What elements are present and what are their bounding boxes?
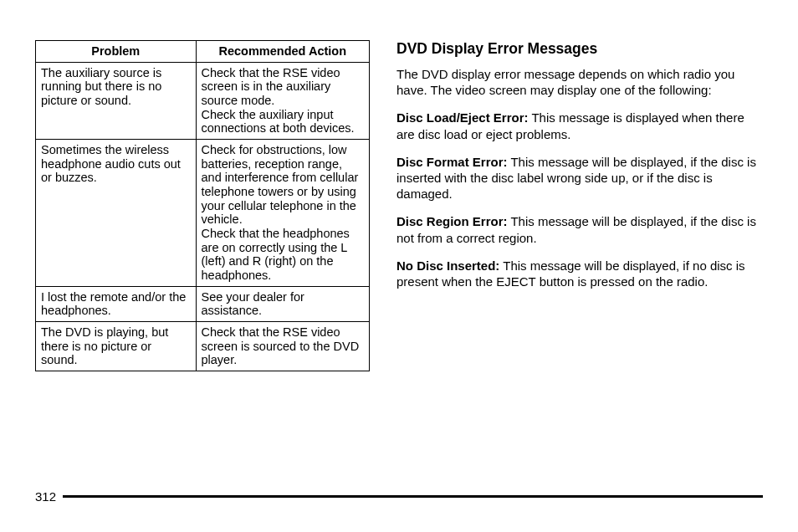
action-cell: See your dealer for assistance.	[196, 286, 369, 321]
action-cell: Check for obstructions, low batteries, r…	[196, 140, 369, 287]
table-header-row: Problem Recommended Action	[36, 41, 370, 63]
table-row: The DVD is playing, but there is no pict…	[36, 322, 370, 371]
table-row: The auxiliary source is running but ther…	[36, 62, 370, 139]
error-item: Disc Format Error: This message will be …	[396, 154, 763, 202]
error-term: No Disc Inserted:	[396, 258, 499, 273]
error-item: Disc Load/Eject Error: This message is d…	[396, 110, 763, 141]
page-number: 312	[35, 489, 56, 504]
header-problem: Problem	[36, 41, 197, 63]
footer-rule	[63, 495, 763, 498]
error-item: No Disc Inserted: This message will be d…	[396, 258, 763, 289]
problem-cell: Sometimes the wireless headphone audio c…	[36, 140, 197, 287]
error-term: Disc Region Error:	[396, 214, 508, 228]
header-action: Recommended Action	[196, 41, 369, 63]
error-term: Disc Load/Eject Error:	[396, 110, 529, 125]
action-cell: Check that the RSE video screen is in th…	[196, 62, 369, 139]
troubleshooting-table: Problem Recommended Action The auxiliary…	[35, 40, 370, 371]
problem-cell: The auxiliary source is running but ther…	[36, 62, 197, 139]
page-footer: 312	[35, 489, 763, 504]
error-item: Disc Region Error: This message will be …	[396, 213, 763, 245]
action-cell: Check that the RSE video screen is sourc…	[196, 322, 369, 371]
table-row: I lost the remote and/or the headphones.…	[36, 286, 370, 321]
table-row: Sometimes the wireless headphone audio c…	[36, 140, 370, 287]
intro-paragraph: The DVD display error message depends on…	[396, 66, 763, 98]
section-heading: DVD Display Error Messages	[396, 40, 763, 58]
problem-cell: I lost the remote and/or the headphones.	[36, 286, 197, 321]
problem-cell: The DVD is playing, but there is no pict…	[36, 322, 197, 371]
error-term: Disc Format Error:	[396, 155, 508, 169]
